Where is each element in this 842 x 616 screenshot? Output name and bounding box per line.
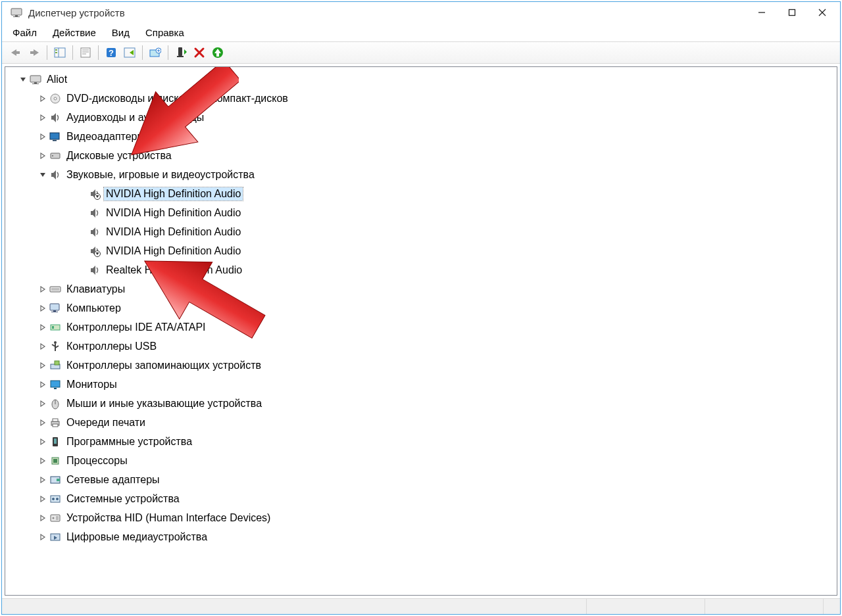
help-button[interactable]: ? <box>103 44 120 61</box>
tree-item-label: NVIDIA High Definition Audio <box>104 245 243 258</box>
root-node[interactable]: Aliot <box>5 70 837 89</box>
toolbar: ? <box>2 41 840 64</box>
expand-icon[interactable] <box>37 131 49 143</box>
menu-file[interactable]: Файл <box>5 24 45 41</box>
collapse-icon[interactable] <box>37 169 49 181</box>
expand-icon[interactable] <box>37 455 49 467</box>
no-toggle <box>76 188 88 200</box>
expand-icon[interactable] <box>37 302 49 314</box>
category-15[interactable]: Сетевые адаптеры <box>5 470 837 489</box>
category-10[interactable]: Мониторы <box>5 375 837 394</box>
svg-rect-59 <box>50 287 61 292</box>
svg-rect-33 <box>30 76 41 82</box>
category-5[interactable]: Клавиатуры <box>5 279 837 298</box>
expand-icon[interactable] <box>37 512 49 524</box>
uninstall-device-button[interactable] <box>209 44 226 61</box>
category-3[interactable]: Дисковые устройства <box>5 146 837 165</box>
expand-icon[interactable] <box>37 341 49 352</box>
category-4[interactable]: Звуковые, игровые и видеоустройства <box>5 165 837 184</box>
expand-icon[interactable] <box>37 398 49 410</box>
svg-point-38 <box>54 97 57 100</box>
device-4-2[interactable]: NVIDIA High Definition Audio <box>5 222 837 241</box>
disable-device-button[interactable] <box>191 44 208 61</box>
expand-icon[interactable] <box>37 360 49 371</box>
speaker-icon <box>49 169 62 181</box>
device-4-4[interactable]: Realtek High Definition Audio <box>5 260 837 279</box>
properties-button[interactable] <box>77 44 94 61</box>
tree-item-label: Сетевые адаптеры <box>64 473 162 486</box>
keyboard-icon <box>49 283 62 295</box>
category-16[interactable]: Системные устройства <box>5 489 837 508</box>
svg-marker-22 <box>130 50 134 55</box>
svg-rect-15 <box>81 48 90 57</box>
system-icon <box>49 493 62 505</box>
expand-icon[interactable] <box>37 436 49 448</box>
speaker-icon <box>88 264 101 276</box>
expand-icon[interactable] <box>37 93 49 105</box>
tree-item-label: Мыши и иные указывающие устройства <box>64 397 264 410</box>
monitor-icon <box>49 379 62 391</box>
svg-rect-2 <box>13 16 20 17</box>
expand-icon[interactable] <box>37 493 49 505</box>
svg-rect-92 <box>53 459 57 463</box>
expand-icon[interactable] <box>37 474 49 486</box>
category-13[interactable]: Программные устройства <box>5 432 837 451</box>
svg-marker-47 <box>40 173 45 177</box>
tree-item-label: Мониторы <box>64 378 119 391</box>
category-14[interactable]: Процессоры <box>5 451 837 470</box>
minimize-button[interactable] <box>747 3 777 22</box>
menu-view[interactable]: Вид <box>104 24 137 41</box>
category-11[interactable]: Мыши и иные указывающие устройства <box>5 394 837 413</box>
category-8[interactable]: Контроллеры USB <box>5 337 837 356</box>
svg-marker-104 <box>41 534 45 540</box>
category-6[interactable]: Компьютер <box>5 298 837 318</box>
status-segment <box>705 599 824 614</box>
show-hide-tree-button[interactable] <box>51 44 68 61</box>
category-17[interactable]: Устройства HID (Human Interface Devices) <box>5 508 837 527</box>
svg-marker-100 <box>41 515 45 521</box>
expand-icon[interactable] <box>37 112 49 124</box>
category-12[interactable]: Очереди печати <box>5 413 837 432</box>
device-4-3[interactable]: NVIDIA High Definition Audio <box>5 241 837 260</box>
expand-icon[interactable] <box>37 321 49 333</box>
svg-marker-90 <box>41 458 45 463</box>
expand-icon[interactable] <box>37 379 49 391</box>
storage-icon <box>49 360 62 371</box>
enable-device-button[interactable] <box>172 44 189 61</box>
tree-item-label: Контроллеры запоминающих устройств <box>64 359 263 372</box>
resize-grip[interactable] <box>824 599 840 614</box>
tree-item-label: Очереди печати <box>64 416 147 429</box>
menu-help[interactable]: Справка <box>137 24 192 41</box>
svg-rect-103 <box>56 516 59 520</box>
category-9[interactable]: Контроллеры запоминающих устройств <box>5 356 837 375</box>
tree-item-label: Процессоры <box>64 454 130 467</box>
category-0[interactable]: DVD-дисководы и дисководы компакт-дисков <box>5 89 837 108</box>
expand-icon[interactable] <box>37 531 49 543</box>
svg-rect-42 <box>50 133 59 139</box>
update-driver-button[interactable] <box>147 44 164 61</box>
svg-rect-4 <box>789 10 795 16</box>
toolbar-separator <box>98 45 99 60</box>
menu-action[interactable]: Действие <box>45 24 104 41</box>
scan-hardware-button[interactable] <box>121 44 138 61</box>
svg-text:?: ? <box>109 48 114 58</box>
category-18[interactable]: Цифровые медиаустройства <box>5 527 837 546</box>
expand-icon[interactable] <box>37 150 49 162</box>
expand-icon[interactable] <box>37 283 49 295</box>
category-1[interactable]: Аудиовходы и аудиовыходы <box>5 108 837 127</box>
tree-item-label: Компьютер <box>64 302 123 315</box>
device-tree[interactable]: AliotDVD-дисководы и дисководы компакт-д… <box>5 66 837 596</box>
category-7[interactable]: Контроллеры IDE ATA/ATAPI <box>5 318 837 337</box>
device-4-1[interactable]: NVIDIA High Definition Audio <box>5 203 837 222</box>
maximize-button[interactable] <box>777 3 807 22</box>
expand-icon[interactable] <box>37 417 49 429</box>
close-button[interactable] <box>807 3 837 22</box>
collapse-icon[interactable] <box>17 74 29 85</box>
tree-item-label: Устройства HID (Human Interface Devices) <box>64 511 272 525</box>
forward-button[interactable] <box>26 44 43 61</box>
category-2[interactable]: Видеоадаптеры <box>5 127 837 146</box>
svg-rect-85 <box>53 419 58 421</box>
device-4-0[interactable]: NVIDIA High Definition Audio <box>5 184 837 203</box>
back-button[interactable] <box>7 44 24 61</box>
status-segment <box>2 599 587 614</box>
